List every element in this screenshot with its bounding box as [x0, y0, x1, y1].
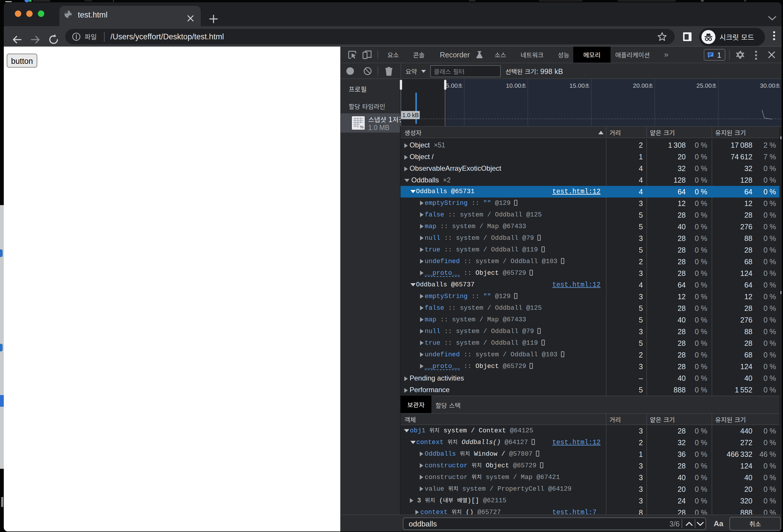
svg-text:%: % [360, 124, 364, 129]
